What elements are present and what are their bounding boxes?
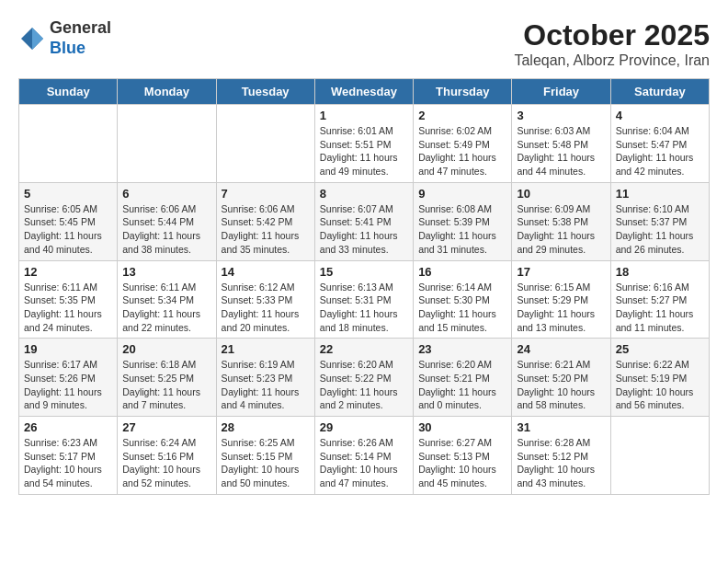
logo-text: General Blue xyxy=(50,18,111,58)
day-number: 30 xyxy=(418,420,506,434)
day-number: 23 xyxy=(418,342,506,356)
day-number: 4 xyxy=(616,109,704,122)
day-info: Sunrise: 6:28 AM Sunset: 5:12 PM Dayligh… xyxy=(517,436,605,490)
day-info: Sunrise: 6:11 AM Sunset: 5:34 PM Dayligh… xyxy=(122,281,210,335)
day-number: 26 xyxy=(24,420,112,434)
calendar-cell xyxy=(19,105,118,183)
calendar-cell: 7Sunrise: 6:06 AM Sunset: 5:42 PM Daylig… xyxy=(216,182,314,260)
day-number: 13 xyxy=(122,265,210,279)
day-number: 31 xyxy=(517,420,605,434)
day-info: Sunrise: 6:03 AM Sunset: 5:48 PM Dayligh… xyxy=(517,124,605,178)
day-number: 17 xyxy=(517,265,605,279)
calendar-cell: 29Sunrise: 6:26 AM Sunset: 5:14 PM Dayli… xyxy=(314,417,413,495)
day-info: Sunrise: 6:24 AM Sunset: 5:16 PM Dayligh… xyxy=(122,436,210,490)
day-number: 18 xyxy=(616,265,704,279)
day-number: 11 xyxy=(616,187,704,201)
calendar-cell: 9Sunrise: 6:08 AM Sunset: 5:39 PM Daylig… xyxy=(414,182,512,260)
calendar-cell: 21Sunrise: 6:19 AM Sunset: 5:23 PM Dayli… xyxy=(216,339,314,417)
calendar-cell: 15Sunrise: 6:13 AM Sunset: 5:31 PM Dayli… xyxy=(314,260,413,339)
svg-marker-1 xyxy=(32,28,43,50)
calendar-cell: 20Sunrise: 6:18 AM Sunset: 5:25 PM Dayli… xyxy=(118,339,216,417)
weekday-header-sunday: Sunday xyxy=(19,79,118,105)
calendar-cell: 27Sunrise: 6:24 AM Sunset: 5:16 PM Dayli… xyxy=(118,417,216,495)
calendar-cell: 18Sunrise: 6:16 AM Sunset: 5:27 PM Dayli… xyxy=(610,260,709,339)
day-number: 14 xyxy=(222,265,310,279)
day-number: 10 xyxy=(517,187,605,201)
day-info: Sunrise: 6:07 AM Sunset: 5:41 PM Dayligh… xyxy=(320,202,408,257)
day-info: Sunrise: 6:16 AM Sunset: 5:27 PM Dayligh… xyxy=(616,281,704,335)
calendar-cell: 11Sunrise: 6:10 AM Sunset: 5:37 PM Dayli… xyxy=(610,182,709,260)
calendar-cell: 6Sunrise: 6:06 AM Sunset: 5:44 PM Daylig… xyxy=(118,182,216,260)
calendar-cell: 10Sunrise: 6:09 AM Sunset: 5:38 PM Dayli… xyxy=(512,182,610,260)
day-info: Sunrise: 6:13 AM Sunset: 5:31 PM Dayligh… xyxy=(320,281,408,335)
weekday-header-wednesday: Wednesday xyxy=(314,79,413,105)
day-number: 27 xyxy=(122,420,210,434)
weekday-header-tuesday: Tuesday xyxy=(216,79,314,105)
day-info: Sunrise: 6:12 AM Sunset: 5:33 PM Dayligh… xyxy=(222,281,310,335)
day-number: 25 xyxy=(616,342,704,356)
day-info: Sunrise: 6:22 AM Sunset: 5:19 PM Dayligh… xyxy=(616,358,704,412)
day-number: 15 xyxy=(320,265,408,279)
calendar-week-3: 12Sunrise: 6:11 AM Sunset: 5:35 PM Dayli… xyxy=(19,260,710,339)
calendar-cell xyxy=(216,105,314,183)
calendar-cell: 2Sunrise: 6:02 AM Sunset: 5:49 PM Daylig… xyxy=(414,105,512,183)
logo: General Blue xyxy=(18,18,111,58)
day-info: Sunrise: 6:04 AM Sunset: 5:47 PM Dayligh… xyxy=(616,124,704,178)
day-info: Sunrise: 6:05 AM Sunset: 5:45 PM Dayligh… xyxy=(24,202,112,257)
day-info: Sunrise: 6:06 AM Sunset: 5:44 PM Dayligh… xyxy=(122,202,210,257)
calendar-week-2: 5Sunrise: 6:05 AM Sunset: 5:45 PM Daylig… xyxy=(19,182,710,260)
day-info: Sunrise: 6:27 AM Sunset: 5:13 PM Dayligh… xyxy=(418,436,506,490)
day-number: 6 xyxy=(122,187,210,201)
calendar-cell: 17Sunrise: 6:15 AM Sunset: 5:29 PM Dayli… xyxy=(512,260,610,339)
day-info: Sunrise: 6:20 AM Sunset: 5:21 PM Dayligh… xyxy=(418,358,506,412)
day-number: 19 xyxy=(24,342,112,356)
calendar-cell: 26Sunrise: 6:23 AM Sunset: 5:17 PM Dayli… xyxy=(19,417,118,495)
calendar-cell: 23Sunrise: 6:20 AM Sunset: 5:21 PM Dayli… xyxy=(414,339,512,417)
calendar-cell: 14Sunrise: 6:12 AM Sunset: 5:33 PM Dayli… xyxy=(216,260,314,339)
day-number: 20 xyxy=(122,342,210,356)
day-info: Sunrise: 6:19 AM Sunset: 5:23 PM Dayligh… xyxy=(222,358,310,412)
day-number: 8 xyxy=(320,187,408,201)
weekday-header-thursday: Thursday xyxy=(414,79,512,105)
calendar-cell: 13Sunrise: 6:11 AM Sunset: 5:34 PM Dayli… xyxy=(118,260,216,339)
day-info: Sunrise: 6:01 AM Sunset: 5:51 PM Dayligh… xyxy=(320,124,408,178)
calendar-table: SundayMondayTuesdayWednesdayThursdayFrid… xyxy=(18,78,710,495)
month-title: October 2025 xyxy=(514,18,710,52)
logo-icon xyxy=(18,25,46,52)
calendar-week-5: 26Sunrise: 6:23 AM Sunset: 5:17 PM Dayli… xyxy=(19,417,710,495)
day-info: Sunrise: 6:21 AM Sunset: 5:20 PM Dayligh… xyxy=(517,358,605,412)
calendar-cell: 5Sunrise: 6:05 AM Sunset: 5:45 PM Daylig… xyxy=(19,182,118,260)
calendar-cell: 19Sunrise: 6:17 AM Sunset: 5:26 PM Dayli… xyxy=(19,339,118,417)
day-info: Sunrise: 6:23 AM Sunset: 5:17 PM Dayligh… xyxy=(24,436,112,490)
page-header: General Blue October 2025 Taleqan, Albor… xyxy=(18,18,710,69)
day-info: Sunrise: 6:11 AM Sunset: 5:35 PM Dayligh… xyxy=(24,281,112,335)
day-number: 29 xyxy=(320,420,408,434)
calendar-cell: 25Sunrise: 6:22 AM Sunset: 5:19 PM Dayli… xyxy=(610,339,709,417)
calendar-week-1: 1Sunrise: 6:01 AM Sunset: 5:51 PM Daylig… xyxy=(19,105,710,183)
calendar-cell: 24Sunrise: 6:21 AM Sunset: 5:20 PM Dayli… xyxy=(512,339,610,417)
day-info: Sunrise: 6:14 AM Sunset: 5:30 PM Dayligh… xyxy=(418,281,506,335)
day-number: 12 xyxy=(24,265,112,279)
calendar-cell xyxy=(118,105,216,183)
day-number: 16 xyxy=(418,265,506,279)
day-number: 9 xyxy=(418,187,506,201)
weekday-header-row: SundayMondayTuesdayWednesdayThursdayFrid… xyxy=(19,79,710,105)
calendar-week-4: 19Sunrise: 6:17 AM Sunset: 5:26 PM Dayli… xyxy=(19,339,710,417)
day-number: 5 xyxy=(24,187,112,201)
day-info: Sunrise: 6:06 AM Sunset: 5:42 PM Dayligh… xyxy=(222,202,310,257)
weekday-header-saturday: Saturday xyxy=(610,79,709,105)
title-block: October 2025 Taleqan, Alborz Province, I… xyxy=(514,18,710,69)
calendar-cell: 28Sunrise: 6:25 AM Sunset: 5:15 PM Dayli… xyxy=(216,417,314,495)
calendar-cell: 16Sunrise: 6:14 AM Sunset: 5:30 PM Dayli… xyxy=(414,260,512,339)
day-info: Sunrise: 6:18 AM Sunset: 5:25 PM Dayligh… xyxy=(122,358,210,412)
day-number: 21 xyxy=(222,342,310,356)
calendar-cell: 12Sunrise: 6:11 AM Sunset: 5:35 PM Dayli… xyxy=(19,260,118,339)
day-info: Sunrise: 6:20 AM Sunset: 5:22 PM Dayligh… xyxy=(320,358,408,412)
weekday-header-friday: Friday xyxy=(512,79,610,105)
day-number: 28 xyxy=(222,420,310,434)
location-subtitle: Taleqan, Alborz Province, Iran xyxy=(514,52,710,69)
day-info: Sunrise: 6:15 AM Sunset: 5:29 PM Dayligh… xyxy=(517,281,605,335)
day-number: 22 xyxy=(320,342,408,356)
calendar-cell: 1Sunrise: 6:01 AM Sunset: 5:51 PM Daylig… xyxy=(314,105,413,183)
day-info: Sunrise: 6:17 AM Sunset: 5:26 PM Dayligh… xyxy=(24,358,112,412)
